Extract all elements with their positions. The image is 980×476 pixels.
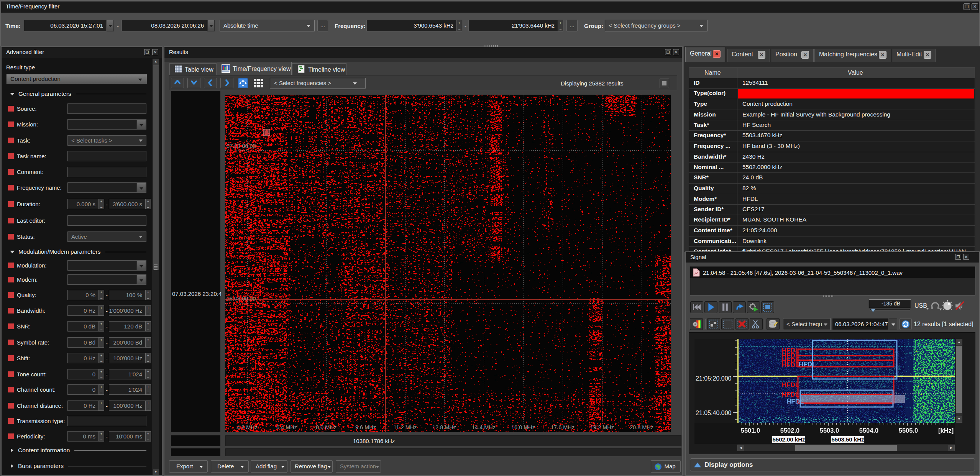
svg-text:19.2 MHz: 19.2 MHz: [590, 424, 614, 430]
svg-text:HFDL: HFDL: [782, 391, 799, 398]
svg-text:17.6 MHz: 17.6 MHz: [551, 424, 575, 430]
svg-text:4.8 MHz: 4.8 MHz: [237, 424, 258, 430]
svg-text:12.8 MHz: 12.8 MHz: [432, 424, 456, 430]
svg-text:HFDL: HFDL: [799, 361, 816, 368]
svg-text:HFDL: HFDL: [786, 398, 804, 405]
svg-text:14.4 MHz: 14.4 MHz: [472, 424, 496, 430]
svg-text:9.6 MHz: 9.6 MHz: [355, 424, 376, 430]
svg-text:HFDL: HFDL: [782, 381, 799, 389]
svg-text:11.2 MHz: 11.2 MHz: [394, 424, 417, 430]
svg-text:08.03 00:00: 08.03 00:00: [227, 295, 256, 302]
svg-text:16.0 MHz: 16.0 MHz: [511, 424, 535, 430]
svg-text:6.4 MHz: 6.4 MHz: [276, 424, 297, 430]
svg-text:8.0 MHz: 8.0 MHz: [316, 424, 337, 430]
svg-text:HFDL: HFDL: [782, 361, 799, 369]
svg-text:07.03 00:00: 07.03 00:00: [227, 143, 256, 149]
svg-text:20.8 MHz: 20.8 MHz: [630, 424, 653, 430]
